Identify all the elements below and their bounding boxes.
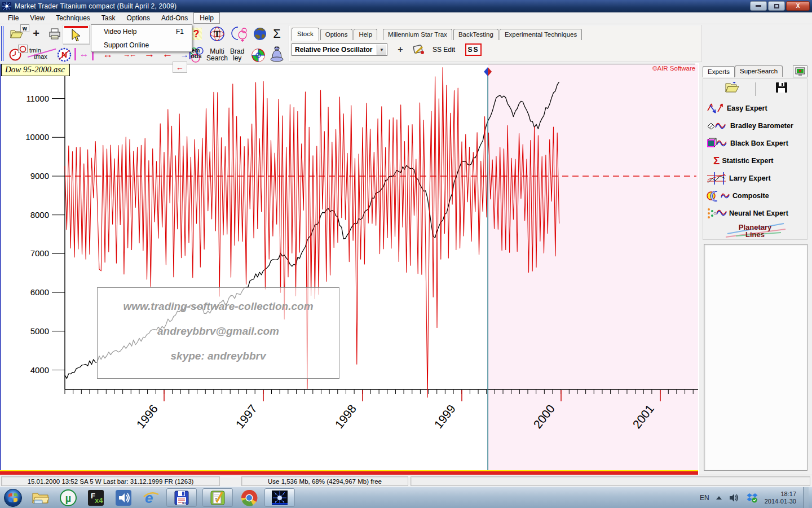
- tmin-tmax-tool[interactable]: tmintmax: [29, 47, 55, 60]
- toolbar-grip[interactable]: [1, 26, 4, 61]
- menu-add-ons[interactable]: Add-Ons: [156, 13, 193, 23]
- show-hidden-icons-button[interactable]: [716, 496, 722, 500]
- taskbar-market-trader-button[interactable]: [264, 488, 295, 507]
- add-button[interactable]: +: [30, 27, 42, 40]
- save-expert-button[interactable]: [775, 82, 788, 95]
- mini-cycle-button[interactable]: [18, 45, 28, 53]
- minimize-button[interactable]: [750, 1, 767, 11]
- market-trader-starburst-icon: [271, 490, 288, 506]
- world-markets-button[interactable]: [253, 27, 267, 41]
- status-memory-panel: Use 1,536 Mb, 68% (4294,967 Mb) free: [241, 476, 408, 486]
- tab-help[interactable]: Help: [354, 29, 377, 40]
- step-back-button[interactable]: ←: [173, 62, 187, 73]
- utorrent-icon: µ: [60, 489, 77, 506]
- menu-item-video-help[interactable]: Video Help F1: [91, 25, 192, 38]
- planetary-lines-button[interactable]: Planetary Lines: [703, 224, 807, 238]
- black-box-expert-icon: [707, 137, 728, 150]
- restore-button[interactable]: [768, 1, 785, 11]
- astro-cycles-button[interactable]: [230, 26, 248, 42]
- volume-tray-icon[interactable]: [729, 493, 740, 503]
- multi-search-button[interactable]: MultiSearch: [206, 48, 228, 62]
- monitor-view-button[interactable]: [793, 65, 807, 77]
- menu-options[interactable]: Options: [121, 13, 156, 23]
- svg-text:T: T: [214, 29, 220, 40]
- tab-experimental-techniques[interactable]: Experimental Techniques: [500, 29, 582, 40]
- svg-text:64: 64: [182, 501, 186, 505]
- question-icon: ?: [193, 28, 200, 40]
- tab-experts[interactable]: Experts: [703, 66, 735, 77]
- statistics-button[interactable]: Σ: [271, 27, 283, 41]
- monitor-icon: [795, 67, 805, 76]
- menu-task[interactable]: Task: [96, 13, 121, 23]
- tab-stock[interactable]: Stock: [292, 28, 319, 41]
- supersearch-button[interactable]: SS: [465, 43, 482, 56]
- expert-item-bradley[interactable]: Bradley Barometer: [707, 118, 807, 134]
- watermark-box: www.trading-software-collection.com andr…: [97, 287, 339, 379]
- load-expert-button[interactable]: [725, 81, 739, 95]
- tab-backtesting[interactable]: BackTesting: [453, 29, 498, 40]
- chart-symbol-label[interactable]: Dow 95-2000.asc: [1, 64, 70, 76]
- expert-item-easy[interactable]: Easy Expert: [707, 100, 807, 116]
- select-tool-button[interactable]: [63, 25, 90, 44]
- taskbar: µ F x4 e 64: [0, 487, 812, 508]
- target-button[interactable]: [250, 48, 266, 63]
- workspace-mini-button[interactable]: w: [20, 24, 29, 32]
- menu-item-support-online[interactable]: Support Online: [91, 38, 192, 52]
- menu-techniques[interactable]: Techniques: [50, 13, 96, 23]
- expert-item-statistic[interactable]: Σ Statistic Expert: [707, 153, 807, 169]
- speaker-app-icon: [115, 489, 132, 506]
- compass-off-button[interactable]: N: [56, 47, 72, 62]
- tray-date: 2014-01-30: [765, 498, 796, 505]
- chart-window-active-border: [0, 470, 698, 475]
- taskbar-chrome-icon[interactable]: [240, 489, 259, 507]
- start-button[interactable]: [3, 489, 23, 507]
- range-arrows-icon: ↔: [80, 49, 89, 60]
- menu-bar: File View Techniques Task Options Add-On…: [0, 12, 812, 24]
- taskbar-fx-tool-icon[interactable]: F x4: [86, 489, 105, 507]
- clock[interactable]: 18:17 2014-01-30: [765, 491, 796, 505]
- indicator-combobox-value: Relative Price Oscillator: [292, 46, 372, 54]
- text-tool-button[interactable]: T: [209, 26, 226, 42]
- floppy-disk-icon: 64: [174, 490, 189, 506]
- expert-item-black-box[interactable]: Black Box Expert: [707, 135, 807, 151]
- svg-text:µ: µ: [65, 493, 71, 504]
- help-tool-button[interactable]: ?: [191, 28, 202, 40]
- expert-item-composite[interactable]: Composite: [707, 188, 807, 204]
- menu-view[interactable]: View: [24, 13, 50, 23]
- taskbar-internet-explorer-icon[interactable]: e: [142, 489, 161, 507]
- expert-item-neural-net[interactable]: Neural Net Expert: [707, 205, 807, 221]
- small-arrow-left-icon: ←: [176, 63, 184, 72]
- indicator-settings-button[interactable]: [412, 44, 426, 55]
- cursor-arrow-icon: [70, 29, 82, 43]
- ss-edit-label[interactable]: SS Edit: [433, 46, 455, 54]
- notepad-plus-icon: ⇑: [210, 490, 226, 506]
- taskbar-volume-app-icon[interactable]: [114, 489, 133, 507]
- dropbox-tray-icon[interactable]: [747, 492, 758, 503]
- language-indicator[interactable]: EN: [700, 494, 709, 502]
- menu-help[interactable]: Help: [193, 12, 220, 24]
- menu-file[interactable]: File: [2, 13, 24, 23]
- experts-panel: Experts SuperSearch: [699, 63, 812, 475]
- printer-icon: [48, 28, 61, 40]
- moon-mercury-icon: [230, 26, 248, 42]
- status-date-panel: 15.01.2000 13:52 SA 5 W Last bar: 31.12.…: [1, 476, 220, 486]
- tab-millennium-star-trax[interactable]: Millennium Star Trax: [383, 29, 452, 40]
- taskbar-utorrent-icon[interactable]: µ: [59, 489, 78, 507]
- taskbar-notepad-plus-button[interactable]: ⇑: [202, 488, 233, 507]
- taskbar-explorer-icon[interactable]: [31, 489, 50, 507]
- expert-item-larry[interactable]: Larry Expert: [707, 170, 807, 186]
- show-desktop-button[interactable]: [803, 487, 809, 508]
- taskbar-disk-tool-button[interactable]: 64: [166, 488, 197, 507]
- indicator-combobox[interactable]: Relative Price Oscillator ▼: [292, 43, 387, 56]
- restore-icon: [774, 4, 779, 8]
- add-indicator-button[interactable]: +: [395, 45, 405, 55]
- print-button[interactable]: [47, 27, 62, 41]
- expert-output-listbox[interactable]: [704, 244, 807, 471]
- close-button[interactable]: X: [786, 1, 810, 11]
- bradley-button[interactable]: Bradley: [230, 48, 244, 62]
- tab-options[interactable]: Options: [320, 29, 353, 40]
- chevron-down-icon[interactable]: ▼: [377, 45, 386, 55]
- selected-tool-indicator: [64, 26, 88, 28]
- alert-bell-button[interactable]: [267, 46, 286, 63]
- tab-supersearch[interactable]: SuperSearch: [735, 65, 783, 77]
